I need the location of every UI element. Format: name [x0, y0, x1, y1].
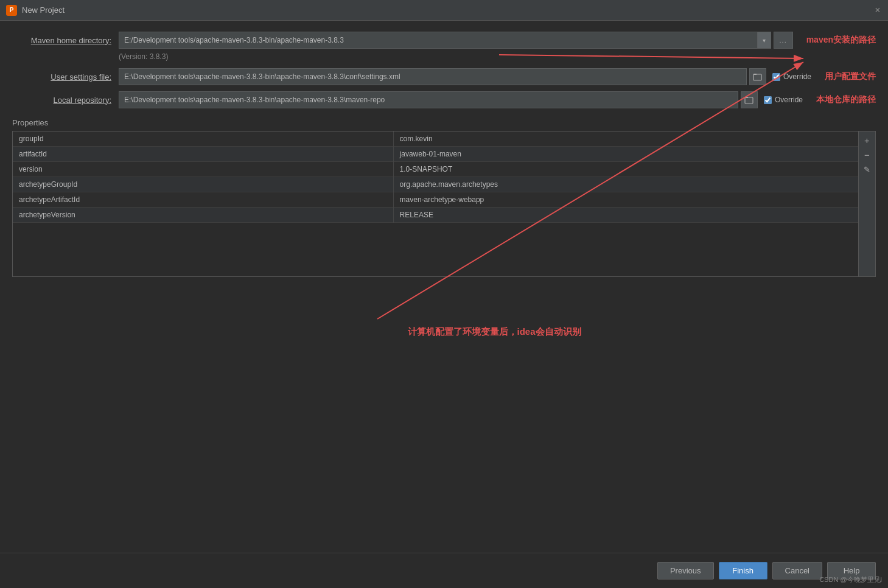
property-key: version — [13, 162, 393, 177]
maven-home-row: Maven home directory: ▾ ... maven安装的路径 — [12, 32, 876, 49]
property-value: javaweb-01-maven — [393, 147, 858, 162]
table-row[interactable]: archetypeArtifactIdmaven-archetype-webap… — [13, 192, 858, 208]
properties-side-buttons: + − ✎ — [858, 131, 875, 276]
maven-home-input-wrapper: ▾ ... maven安装的路径 — [119, 32, 876, 49]
dialog-title: New Project — [22, 5, 65, 15]
local-repo-row: Local repository: Override 本地仓库的路径 — [12, 91, 876, 108]
local-repo-input[interactable] — [119, 91, 738, 108]
user-settings-row: User settings file: Override 用户配置文件 — [12, 68, 876, 85]
local-repo-override-wrapper: Override — [764, 96, 803, 104]
property-key: archetypeGroupId — [13, 177, 393, 192]
property-value: RELEASE — [393, 208, 858, 223]
maven-home-label: Maven home directory: — [12, 36, 119, 45]
properties-section: Properties groupIdcom.kevinartifactIdjav… — [12, 118, 876, 277]
local-repo-browse-btn[interactable] — [741, 91, 758, 108]
svg-rect-3 — [745, 97, 748, 98]
table-row[interactable]: archetypeVersionRELEASE — [13, 208, 858, 223]
properties-label: Properties — [12, 118, 876, 127]
property-key: archetypeArtifactId — [13, 192, 393, 208]
user-settings-override-wrapper: Override — [772, 72, 811, 81]
table-row[interactable]: archetypeGroupIdorg.apache.maven.archety… — [13, 177, 858, 192]
annotation-area: 计算机配置了环境变量后，idea会自动识别 — [12, 277, 876, 350]
local-repo-override-label: Override — [775, 96, 803, 104]
bottom-bar: Previous Finish Cancel Help — [0, 553, 888, 588]
user-settings-label: User settings file: — [12, 72, 119, 82]
user-settings-input-wrapper: Override 用户配置文件 — [119, 68, 876, 85]
user-settings-input[interactable] — [119, 68, 747, 85]
table-row[interactable]: groupIdcom.kevin — [13, 131, 858, 147]
user-settings-override-checkbox[interactable] — [772, 73, 780, 81]
maven-version-hint: (Version: 3.8.3) — [119, 52, 876, 61]
svg-rect-2 — [745, 97, 753, 103]
svg-rect-1 — [753, 74, 757, 75]
close-icon[interactable]: × — [873, 6, 882, 15]
properties-wrapper: groupIdcom.kevinartifactIdjavaweb-01-mav… — [12, 131, 876, 277]
table-row[interactable]: version1.0-SNAPSHOT — [13, 162, 858, 177]
local-repo-override-checkbox[interactable] — [764, 96, 772, 104]
remove-property-btn[interactable]: − — [861, 149, 873, 161]
properties-table: groupIdcom.kevinartifactIdjavaweb-01-mav… — [13, 131, 858, 223]
previous-button[interactable]: Previous — [657, 562, 714, 579]
title-bar: P New Project × — [0, 0, 888, 21]
user-settings-annotation: 用户配置文件 — [825, 71, 876, 82]
table-row[interactable]: artifactIdjavaweb-01-maven — [13, 147, 858, 162]
user-settings-override-label: Override — [783, 72, 811, 81]
title-bar-left: P New Project — [6, 5, 65, 16]
app-icon: P — [6, 5, 17, 16]
add-property-btn[interactable]: + — [861, 134, 873, 146]
maven-home-dropdown[interactable]: ▾ — [119, 32, 771, 49]
property-value: org.apache.maven.archetypes — [393, 177, 858, 192]
property-key: artifactId — [13, 147, 393, 162]
cancel-button[interactable]: Cancel — [772, 562, 822, 579]
maven-home-browse-btn[interactable]: ... — [774, 32, 793, 49]
maven-home-input[interactable] — [119, 33, 757, 47]
dialog-body: Maven home directory: ▾ ... maven安装的路径 (… — [0, 21, 888, 553]
svg-rect-0 — [753, 74, 761, 80]
finish-button[interactable]: Finish — [719, 562, 767, 579]
local-repo-label: Local repository: — [12, 96, 119, 105]
property-key: groupId — [13, 131, 393, 147]
title-bar-controls: × — [873, 6, 882, 15]
property-value: 1.0-SNAPSHOT — [393, 162, 858, 177]
property-value: maven-archetype-webapp — [393, 192, 858, 208]
local-repo-annotation: 本地仓库的路径 — [816, 94, 876, 105]
edit-property-btn[interactable]: ✎ — [861, 163, 873, 175]
local-repo-input-wrapper: Override 本地仓库的路径 — [119, 91, 876, 108]
user-settings-browse-btn[interactable] — [749, 68, 766, 85]
bottom-annotation-text: 计算机配置了环境变量后，idea会自动识别 — [408, 326, 581, 338]
maven-home-dropdown-arrow[interactable]: ▾ — [757, 32, 771, 48]
properties-table-area: groupIdcom.kevinartifactIdjavaweb-01-mav… — [13, 131, 858, 276]
property-value: com.kevin — [393, 131, 858, 147]
watermark: CSDN @今晚梦里见i — [819, 575, 882, 584]
property-key: archetypeVersion — [13, 208, 393, 223]
maven-annotation: maven安装的路径 — [806, 35, 876, 46]
